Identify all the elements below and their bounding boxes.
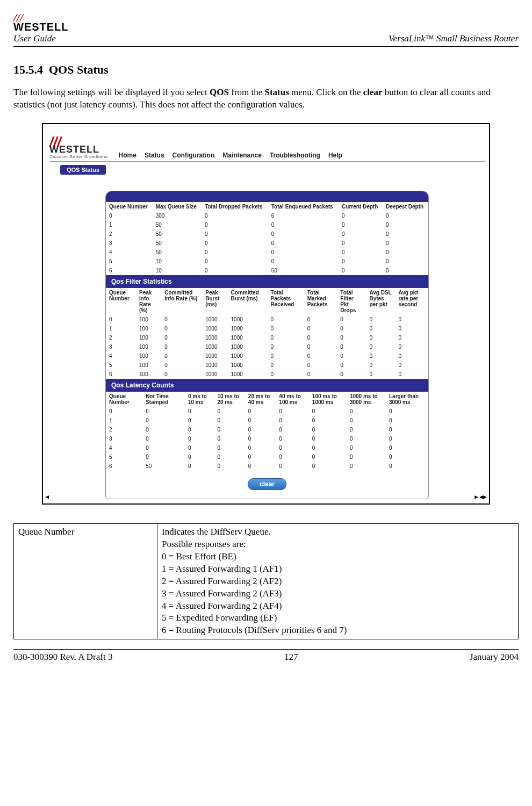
t1-h-current: Current Depth	[339, 202, 383, 211]
bar-latency-counts: Qos Latency Counts	[106, 379, 428, 392]
bar-filter-stats: Qos Filter Statistics	[106, 275, 428, 288]
brand-block: /// WESTELL User Guide	[13, 11, 69, 44]
scroll-left-icon[interactable]: ◂	[45, 492, 49, 501]
table-row: 400000000	[106, 443, 428, 452]
user-guide-label: User Guide	[13, 33, 69, 44]
t1-h-dropped: Total Dropped Packets	[202, 202, 268, 211]
queue-depth-table: Queue Number Max Queue Size Total Droppe…	[106, 202, 428, 275]
filter-stats-table: Queue Number Peak Info Rate (%) Committe…	[106, 288, 428, 379]
table-row: 010001000100000000	[106, 315, 428, 324]
page-header: /// WESTELL User Guide VersaLink™ Small …	[13, 11, 519, 47]
t1-h-maxsize: Max Queue Size	[153, 202, 202, 211]
table-row: 03000600	[106, 211, 428, 220]
section-title: QOS Status	[49, 63, 109, 76]
desc-left: Queue Number	[14, 523, 157, 639]
screenshot-frame: /// WESTELL Discover Better Broadband Ho…	[42, 123, 490, 505]
scroll-right-icon[interactable]: ▸	[475, 492, 478, 501]
scroll-corner-icon[interactable]: ◂▸	[479, 492, 487, 501]
table-row: 210001000100000000	[106, 333, 428, 342]
intro-paragraph: The following settings will be displayed…	[13, 87, 519, 111]
section-heading: 15.5.4 QOS Status	[13, 63, 519, 77]
section-number: 15.5.4	[13, 63, 43, 76]
table-row: 510001000100000000	[106, 361, 428, 370]
desc-right: Indicates the DiffServ Queue.Possible re…	[157, 523, 519, 639]
table-row: 3500000	[106, 239, 428, 248]
t1-h-enqueued: Total Enqueued Packets	[268, 202, 339, 211]
footer-center: 127	[284, 652, 298, 663]
t1-h-queue: Queue Number	[106, 202, 153, 211]
footer-left: 030-300390 Rev. A Draft 3	[13, 652, 112, 663]
menu-troubleshooting[interactable]: Troubleshooting	[270, 152, 320, 159]
brand-swoosh-icon: ///	[13, 11, 38, 20]
brand-logo: WESTELL	[13, 21, 69, 32]
qos-panel: Queue Number Max Queue Size Total Droppe…	[105, 191, 429, 499]
ui-tagline: Discover Better Broadband	[49, 154, 108, 159]
table-row: 410001000100000000	[106, 351, 428, 361]
product-name: VersaLink™ Small Business Router	[389, 33, 519, 44]
footer-right: January 2004	[470, 652, 519, 663]
ui-swoosh-icon: ///	[49, 134, 74, 143]
table-row: 110001000100000000	[106, 324, 428, 333]
ui-menu: Home Status Configuration Maintenance Tr…	[119, 152, 342, 159]
ui-logo: /// WESTELL Discover Better Broadband	[49, 134, 108, 159]
table-row: 4500000	[106, 248, 428, 257]
table-row: 310001000100000000	[106, 342, 428, 351]
table-row: 610001000100000000	[106, 370, 428, 379]
table-row: 060000000	[106, 407, 428, 416]
table-row: 100000000	[106, 416, 428, 425]
table-row: 200000000	[106, 425, 428, 434]
page-footer: 030-300390 Rev. A Draft 3 127 January 20…	[13, 649, 519, 663]
t1-h-deepest: Deepest Depth	[383, 202, 428, 211]
table-row: 5100000	[106, 257, 428, 266]
panel-top-bar	[106, 191, 428, 202]
clear-button[interactable]: clear	[248, 478, 286, 490]
table-row: 300000000	[106, 434, 428, 443]
table-row: 61005000	[106, 266, 428, 275]
table-row: 2500000	[106, 229, 428, 239]
menu-home[interactable]: Home	[119, 152, 136, 159]
table-row: 500000000	[106, 452, 428, 462]
latency-counts-table: Queue Number Not Time Stamped 0 ms to 10…	[106, 392, 428, 471]
tab-qos-status[interactable]: QOS Status	[60, 165, 106, 175]
table-row: 1500000	[106, 220, 428, 229]
menu-status[interactable]: Status	[145, 152, 164, 159]
description-table: Queue Number Indicates the DiffServ Queu…	[13, 523, 519, 639]
menu-maintenance[interactable]: Maintenance	[222, 152, 262, 159]
ui-brand-text: WESTELL	[49, 145, 108, 154]
menu-help[interactable]: Help	[328, 152, 342, 159]
table-row: 6500000000	[106, 462, 428, 471]
menu-configuration[interactable]: Configuration	[172, 152, 215, 159]
ui-top-bar: /// WESTELL Discover Better Broadband Ho…	[49, 134, 485, 162]
